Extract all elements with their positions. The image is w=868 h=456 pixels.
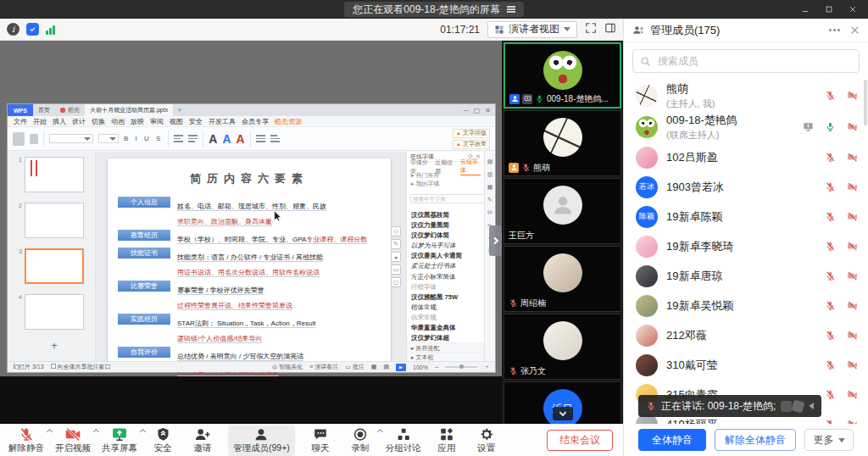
text-color-red-button[interactable]: A [236,133,245,145]
meeting-info-icon[interactable]: i [7,23,19,36]
camera-off-icon[interactable] [847,211,858,222]
wps-menu[interactable]: 放映 [131,117,144,126]
notes-button[interactable]: ≡ 演讲备注 [309,363,338,371]
slide[interactable]: 简历内容六要素 个人信息 姓名、电话、邮箱、现居城市、性别、籍贯、民族求职意向、… [108,158,391,367]
mic-muted-icon[interactable] [825,181,836,192]
font-list-item[interactable]: 汉仪梦幻体简 [407,230,484,240]
font-search-input[interactable] [410,194,484,203]
video-tile[interactable]: 熊萌 [504,110,621,176]
chevron-up-icon[interactable] [93,428,99,434]
camera-off-icon[interactable] [847,300,858,311]
camera-off-icon[interactable] [847,389,858,400]
view-mode-button[interactable]: 演讲者视图 [487,21,577,38]
camera-off-icon[interactable] [847,359,858,370]
video-tile[interactable]: 周绍楠 [504,246,621,312]
member-row[interactable]: 熊萌 (主持人, 我) [624,80,868,111]
chevron-up-icon[interactable] [47,428,53,434]
collapse-arrow-icon[interactable] [809,403,814,409]
wps-menu[interactable]: 视图 [170,117,183,126]
video-strip-collapse-button[interactable] [553,407,573,420]
camera-off-icon[interactable] [847,330,858,341]
bullet-list-icon[interactable] [256,135,265,142]
unmute-all-button[interactable]: 解除全体静音 [715,429,796,451]
chevron-up-icon[interactable] [140,428,146,434]
zoom-out-button[interactable]: − [435,364,438,370]
camera-off-icon[interactable] [847,152,858,163]
chat-button[interactable]: 聊天 [306,425,335,456]
video-tile[interactable]: 009-18-楚艳鸽... [504,42,621,108]
menu-icon[interactable] [507,5,515,14]
wps-document-tab[interactable]: 火箭十月就业活动简历篇.pptx [85,104,173,116]
font-list-item[interactable]: 柔云处士行书体 [407,260,484,270]
video-strip-collapse-handle[interactable] [489,225,502,256]
member-row[interactable]: 若冰 1903曾若冰 [624,172,868,202]
wps-logo[interactable]: WPS [8,104,33,116]
watching-banner[interactable]: 您正在观看009-18-楚艳鸽的屏幕 [344,2,523,17]
slide-thumbnail[interactable] [25,294,84,330]
mute-all-button[interactable]: 全体静音 [638,429,706,451]
mic-muted-icon[interactable] [825,359,836,370]
bold-italic-controls[interactable]: B I U S [124,135,163,142]
paste-icon[interactable] [13,132,25,146]
text-layout-button[interactable]: ▲文字排版 [453,129,490,138]
font-panel-section[interactable]: ▸ 推荐搭配 [407,342,484,352]
unmute-button[interactable]: 解除静音 [8,425,44,456]
font-panel-link[interactable]: ▸ 热门推荐 [407,171,484,180]
mic-muted-icon[interactable] [825,300,836,311]
share-screen-button[interactable]: 共享屏幕 [102,425,137,456]
text-color-dark-button[interactable]: A [209,133,217,145]
font-list-item[interactable]: 方正小标宋简体 [407,271,484,281]
slide-thumbnail[interactable] [25,157,84,192]
font-list-item[interactable]: 汉仪梦幻体超 [407,332,484,342]
styles-icon[interactable]: ▥ [487,171,493,178]
wps-menu[interactable]: 插入 [53,117,66,126]
beautify-button[interactable]: ◎ 智能美化 [272,363,303,371]
record-button[interactable]: 录制 [346,425,375,456]
camera-off-icon[interactable] [847,241,858,252]
view-normal-icon[interactable]: ▦ [371,364,377,370]
pen-tool-icon[interactable]: ✎ [391,239,401,249]
wps-new-tab-button[interactable]: + [173,106,186,114]
maximize-button[interactable] [817,0,841,19]
view-sorter-icon[interactable]: ▤ [383,364,389,370]
wps-menu[interactable]: 开始 [33,117,47,126]
more-button[interactable]: 更多 [804,429,854,451]
apps-button[interactable]: 应用 [432,425,461,456]
member-row[interactable]: 102吕斯盈 [624,142,868,172]
wps-menu[interactable]: 设计 [72,117,86,126]
select-tool-icon[interactable]: ◇ [391,226,401,236]
align-left-icon[interactable] [174,135,183,142]
more-options-icon[interactable] [829,29,840,31]
member-row[interactable]: 212邓薇 [624,320,868,350]
comment-button[interactable]: ▭ 批注 [345,363,364,371]
video-tile[interactable]: 张乃文 [504,314,621,380]
camera-off-icon[interactable] [847,270,858,281]
font-list-item[interactable]: 汉仪雅酷黑 75W [407,292,484,302]
wps-menu[interactable]: 开发工具 [209,117,236,126]
side-panel-toggle-button[interactable] [604,22,616,37]
search-input[interactable] [656,54,852,68]
wps-menu[interactable]: 审阅 [150,117,164,126]
wps-window-controls[interactable]: ─▢✕ [464,107,495,114]
font-list-item[interactable]: 汉仪唐美人卡通简 [407,250,484,260]
mic-muted-icon[interactable] [825,241,836,252]
wps-menu[interactable]: 安全 [189,117,203,126]
font-list-item[interactable]: 汉仪力量黑简 [407,220,484,230]
slideshow-play-button[interactable]: ▶ [396,364,406,371]
breakout-rooms-button[interactable]: 分组讨论 [386,425,421,456]
member-row[interactable]: 19新卓李晓琦 [624,231,868,261]
mic-muted-icon[interactable] [825,270,836,281]
edit-icon[interactable]: ✎ [487,197,492,203]
font-panel-section[interactable]: ▸ 文本框 [407,352,484,361]
camera-off-icon[interactable] [847,121,858,132]
wps-menu[interactable]: 切换 [92,117,105,126]
security-button[interactable]: 安全 [148,425,177,456]
wps-menu[interactable]: 会员专享 [242,117,269,126]
slide-thumbnail-selected[interactable] [25,248,84,284]
wps-dk-tab[interactable]: 稻壳 [55,104,85,116]
font-list-item[interactable]: 楷体常规 [407,302,484,312]
end-meeting-button[interactable]: 结束会议 [547,430,613,451]
close-button[interactable] [841,0,865,19]
wps-home-tab[interactable]: 首页 [33,104,55,116]
mic-muted-icon[interactable] [825,90,836,101]
